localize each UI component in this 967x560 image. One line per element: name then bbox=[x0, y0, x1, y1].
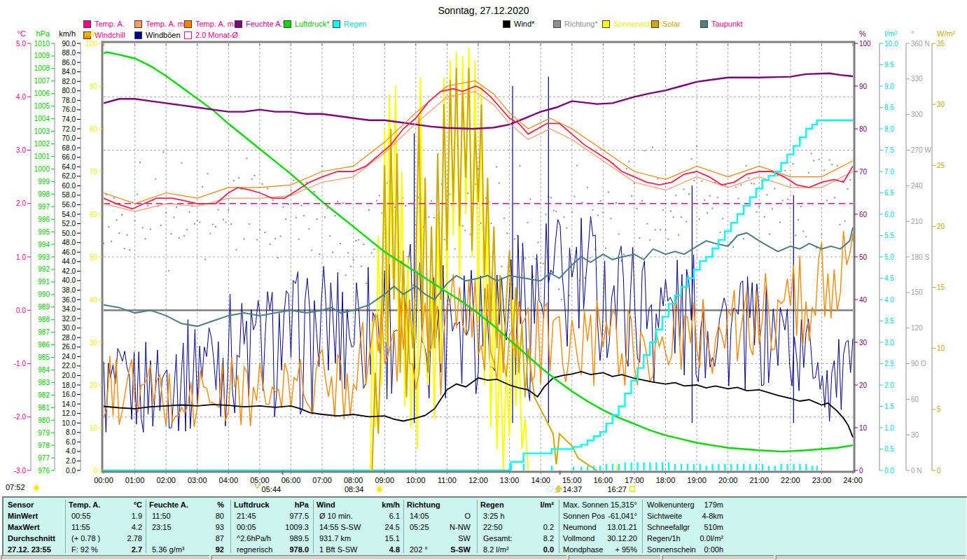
svg-text:84.0: 84.0 bbox=[62, 68, 76, 76]
svg-text:24.0: 24.0 bbox=[62, 353, 76, 360]
svg-text:8.0: 8.0 bbox=[884, 125, 894, 133]
svg-text:1.0: 1.0 bbox=[884, 424, 894, 432]
svg-text:210: 210 bbox=[911, 218, 923, 225]
svg-text:1005: 1005 bbox=[34, 102, 50, 110]
svg-text:46.0: 46.0 bbox=[62, 248, 76, 256]
svg-text:0.0: 0.0 bbox=[66, 467, 76, 475]
svg-text:5.5: 5.5 bbox=[884, 232, 894, 239]
svg-text:984: 984 bbox=[38, 366, 50, 374]
moonset-arrow-icon bbox=[254, 484, 261, 489]
svg-text:58.0: 58.0 bbox=[62, 191, 76, 199]
sunrise-time: 07:52 bbox=[6, 483, 25, 491]
svg-text:14:00: 14:00 bbox=[531, 476, 550, 484]
svg-text:44.0: 44.0 bbox=[62, 258, 76, 265]
svg-text:1002: 1002 bbox=[34, 140, 50, 148]
svg-text:270 W: 270 W bbox=[911, 146, 931, 154]
svg-text:10.0: 10.0 bbox=[884, 40, 898, 48]
axis-unit: km/h bbox=[59, 29, 76, 38]
table-divider bbox=[477, 500, 478, 553]
svg-text:76.0: 76.0 bbox=[62, 106, 76, 113]
svg-text:982: 982 bbox=[38, 391, 50, 399]
svg-text:978: 978 bbox=[38, 442, 50, 449]
svg-text:6.5: 6.5 bbox=[884, 189, 894, 197]
svg-text:7.5: 7.5 bbox=[884, 146, 894, 154]
svg-text:1009: 1009 bbox=[34, 52, 50, 59]
svg-text:22.0: 22.0 bbox=[62, 362, 76, 370]
svg-text:30: 30 bbox=[911, 431, 919, 439]
stat-extra-value: 179m bbox=[611, 499, 723, 510]
axis-unit: ° bbox=[911, 29, 914, 38]
status-segment bbox=[1, 555, 210, 560]
svg-text:997: 997 bbox=[38, 203, 50, 211]
svg-text:16.0: 16.0 bbox=[62, 391, 76, 398]
status-segment bbox=[569, 555, 661, 560]
svg-text:64.0: 64.0 bbox=[62, 163, 76, 171]
weather-app-window: { "title": "Sonntag, 27.12.2020", "astro… bbox=[0, 0, 967, 560]
svg-text:10: 10 bbox=[859, 424, 868, 432]
svg-text:10: 10 bbox=[937, 344, 945, 352]
svg-text:01:00: 01:00 bbox=[125, 476, 145, 484]
svg-text:07:00: 07:00 bbox=[312, 476, 332, 484]
svg-text:995: 995 bbox=[38, 228, 50, 236]
svg-text:17:00: 17:00 bbox=[625, 476, 644, 484]
svg-text:2.0: 2.0 bbox=[16, 200, 26, 207]
svg-text:60: 60 bbox=[911, 396, 919, 403]
svg-text:1007: 1007 bbox=[34, 77, 50, 85]
svg-text:36.0: 36.0 bbox=[62, 296, 76, 304]
moon-icon bbox=[548, 486, 553, 491]
svg-text:1.5: 1.5 bbox=[884, 402, 894, 410]
svg-text:120: 120 bbox=[911, 324, 923, 332]
svg-text:987: 987 bbox=[38, 328, 50, 336]
svg-text:18.0: 18.0 bbox=[62, 382, 76, 389]
svg-text:20: 20 bbox=[937, 223, 945, 230]
svg-text:992: 992 bbox=[38, 265, 50, 273]
svg-text:90.0: 90.0 bbox=[62, 40, 76, 48]
stat-extra-value: 0:00h bbox=[611, 544, 723, 555]
weather-chart: -3.0-2.0-1.00.01.02.03.04.05.0°C97697797… bbox=[0, 0, 967, 560]
svg-text:8.5: 8.5 bbox=[884, 104, 894, 111]
svg-text:80: 80 bbox=[859, 125, 868, 133]
svg-text:80: 80 bbox=[90, 125, 98, 133]
svg-text:1010: 1010 bbox=[34, 40, 50, 48]
svg-text:5.0: 5.0 bbox=[16, 40, 26, 48]
svg-text:38.0: 38.0 bbox=[62, 286, 76, 294]
svg-text:40: 40 bbox=[90, 296, 98, 304]
svg-text:0.0: 0.0 bbox=[16, 307, 26, 314]
svg-text:00:00: 00:00 bbox=[94, 476, 113, 484]
svg-text:19:00: 19:00 bbox=[687, 476, 707, 484]
stat-col-title: Richtung bbox=[407, 499, 440, 510]
svg-text:12.0: 12.0 bbox=[62, 410, 76, 417]
svg-text:09:00: 09:00 bbox=[375, 476, 394, 484]
svg-text:12:00: 12:00 bbox=[468, 476, 488, 484]
svg-text:74.0: 74.0 bbox=[62, 115, 76, 123]
svg-text:52.0: 52.0 bbox=[62, 220, 76, 227]
svg-text:02:00: 02:00 bbox=[156, 476, 176, 484]
svg-text:50.0: 50.0 bbox=[62, 230, 76, 237]
svg-text:72.0: 72.0 bbox=[62, 125, 76, 133]
svg-text:8.0: 8.0 bbox=[66, 428, 76, 436]
svg-text:998: 998 bbox=[38, 190, 50, 198]
svg-text:42.0: 42.0 bbox=[62, 267, 76, 275]
svg-text:82.0: 82.0 bbox=[62, 78, 76, 85]
svg-text:25: 25 bbox=[937, 162, 945, 169]
svg-text:30: 30 bbox=[90, 339, 98, 346]
table-divider bbox=[146, 500, 146, 553]
chart-canvas: -3.0-2.0-1.00.01.02.03.04.05.0°C97697797… bbox=[0, 0, 967, 560]
svg-text:986: 986 bbox=[38, 341, 50, 349]
svg-text:0: 0 bbox=[859, 467, 863, 475]
svg-text:20: 20 bbox=[859, 382, 868, 389]
axis-unit: % bbox=[859, 29, 866, 38]
stat-cell: 3:25 h bbox=[483, 510, 505, 522]
svg-text:28.0: 28.0 bbox=[62, 334, 76, 342]
svg-text:5.0: 5.0 bbox=[884, 253, 894, 261]
svg-text:68.0: 68.0 bbox=[62, 144, 76, 152]
status-segment bbox=[211, 555, 567, 560]
svg-text:13:00: 13:00 bbox=[500, 476, 520, 484]
svg-text:54.0: 54.0 bbox=[62, 211, 76, 218]
svg-text:100: 100 bbox=[859, 40, 871, 48]
svg-text:0: 0 bbox=[937, 467, 941, 475]
svg-text:996: 996 bbox=[38, 216, 50, 223]
svg-text:6.0: 6.0 bbox=[66, 438, 76, 446]
axis-unit: l/m² bbox=[884, 29, 898, 38]
svg-text:3.0: 3.0 bbox=[884, 339, 894, 346]
